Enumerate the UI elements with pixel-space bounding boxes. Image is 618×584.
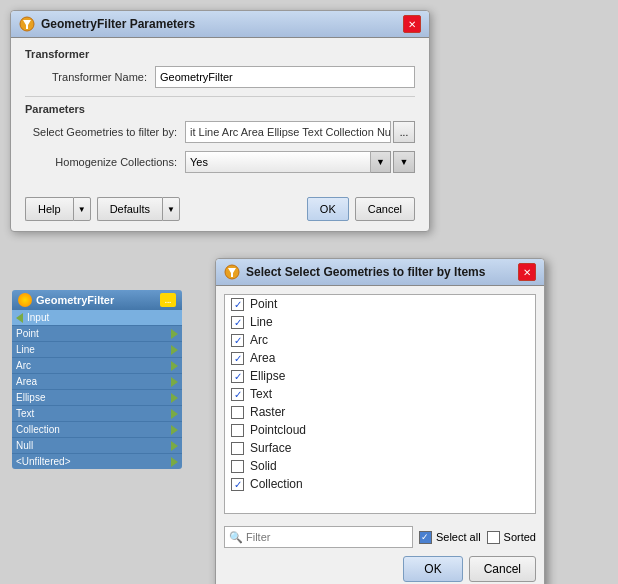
input-port-label: Input	[27, 312, 178, 323]
item-checkbox[interactable]	[231, 334, 244, 347]
sorted-checkbox-icon	[487, 531, 500, 544]
filter-row: 🔍 Select all Sorted	[216, 522, 544, 552]
port-label-area: Area	[16, 376, 171, 387]
item-checkbox[interactable]	[231, 442, 244, 455]
port-row-point[interactable]: Point	[12, 326, 182, 342]
port-row-text[interactable]: Text	[12, 406, 182, 422]
item-checkbox[interactable]	[231, 298, 244, 311]
select-ok-button[interactable]: OK	[403, 556, 462, 582]
item-checkbox[interactable]	[231, 370, 244, 383]
list-item[interactable]: Pointcloud	[225, 421, 535, 439]
port-row-line[interactable]: Line	[12, 342, 182, 358]
geometries-browse-button[interactable]: ...	[393, 121, 415, 143]
port-arrow-collection	[171, 425, 178, 435]
port-row-collection[interactable]: Collection	[12, 422, 182, 438]
port-arrow-text	[171, 409, 178, 419]
item-checkbox[interactable]	[231, 478, 244, 491]
port-arrow-unfiltered	[171, 457, 178, 467]
params-close-button[interactable]: ✕	[403, 15, 421, 33]
port-label-line: Line	[16, 344, 171, 355]
params-titlebar: GeometryFilter Parameters ✕	[11, 11, 429, 38]
filter-input[interactable]	[246, 531, 408, 543]
list-item[interactable]: Text	[225, 385, 535, 403]
params-body: Transformer Transformer Name: Parameters…	[11, 38, 429, 191]
geometries-value[interactable]: it Line Arc Area Ellipse Text Collection…	[185, 121, 391, 143]
select-items-titlebar: Select Select Geometries to filter by It…	[216, 259, 544, 286]
homogenize-select[interactable]: Yes No	[185, 151, 371, 173]
transformer-name-label: Transformer Name:	[25, 71, 155, 83]
port-label-null: Null	[16, 440, 171, 451]
list-item[interactable]: Point	[225, 295, 535, 313]
select-cancel-button[interactable]: Cancel	[469, 556, 536, 582]
list-item[interactable]: Area	[225, 349, 535, 367]
port-row-arc[interactable]: Arc	[12, 358, 182, 374]
item-checkbox[interactable]	[231, 424, 244, 437]
port-arrow-arc	[171, 361, 178, 371]
homogenize-label: Homogenize Collections:	[25, 156, 185, 168]
item-checkbox[interactable]	[231, 316, 244, 329]
homogenize-row: Homogenize Collections: Yes No ▼ ▼	[25, 151, 415, 173]
list-item[interactable]: Line	[225, 313, 535, 331]
list-item[interactable]: Solid	[225, 457, 535, 475]
item-label: Arc	[250, 333, 268, 347]
input-port-row[interactable]: Input	[12, 310, 182, 326]
item-checkbox[interactable]	[231, 388, 244, 401]
defaults-button-group: Defaults ▼	[97, 197, 180, 221]
list-item[interactable]: Raster	[225, 403, 535, 421]
list-item[interactable]: Arc	[225, 331, 535, 349]
item-label: Text	[250, 387, 272, 401]
port-row-area[interactable]: Area	[12, 374, 182, 390]
transformer-header: GeometryFilter ...	[12, 290, 182, 310]
item-label: Pointcloud	[250, 423, 306, 437]
item-label: Ellipse	[250, 369, 285, 383]
select-all-checkbox-icon	[419, 531, 432, 544]
transformer-workspace: GeometryFilter ... Input Point Line Arc …	[12, 290, 182, 469]
port-row-ellipse[interactable]: Ellipse	[12, 390, 182, 406]
homogenize-select-wrapper: Yes No ▼	[185, 151, 391, 173]
params-buttons: Help ▼ Defaults ▼ OK Cancel	[11, 191, 429, 231]
transformer-name-row: Transformer Name:	[25, 66, 415, 88]
item-label: Surface	[250, 441, 291, 455]
item-checkbox[interactable]	[231, 352, 244, 365]
search-icon: 🔍	[229, 531, 243, 544]
select-all-label: Select all	[436, 531, 481, 543]
port-arrow-null	[171, 441, 178, 451]
defaults-button[interactable]: Defaults	[97, 197, 162, 221]
port-arrow-point	[171, 329, 178, 339]
sorted-button[interactable]: Sorted	[487, 531, 536, 544]
select-dialog-buttons: OK Cancel	[216, 552, 544, 584]
select-all-button[interactable]: Select all	[419, 531, 481, 544]
help-button-group: Help ▼	[25, 197, 91, 221]
transformer-name-input[interactable]	[155, 66, 415, 88]
port-label-text: Text	[16, 408, 171, 419]
list-item[interactable]: Ellipse	[225, 367, 535, 385]
geometries-row: Select Geometries to filter by: it Line …	[25, 121, 415, 143]
filter-icon	[19, 16, 35, 32]
defaults-dropdown-arrow[interactable]: ▼	[162, 197, 180, 221]
port-arrow-ellipse	[171, 393, 178, 403]
item-checkbox[interactable]	[231, 460, 244, 473]
port-label-ellipse: Ellipse	[16, 392, 171, 403]
help-button[interactable]: Help	[25, 197, 73, 221]
help-dropdown-arrow[interactable]: ▼	[73, 197, 91, 221]
sorted-label: Sorted	[504, 531, 536, 543]
select-dialog-close-button[interactable]: ✕	[518, 263, 536, 281]
list-item[interactable]: Surface	[225, 439, 535, 457]
port-label-unfiltered: <Unfiltered>	[16, 456, 171, 467]
transformer-header-left: GeometryFilter	[18, 293, 114, 307]
items-list-container[interactable]: PointLineArcAreaEllipseTextRasterPointcl…	[224, 294, 536, 514]
homogenize-extra-button[interactable]: ▼	[393, 151, 415, 173]
params-ok-button[interactable]: OK	[307, 197, 349, 221]
transformer-workspace-name: GeometryFilter	[36, 294, 114, 306]
port-row-unfiltered[interactable]: <Unfiltered>	[12, 454, 182, 469]
transformer-settings-button[interactable]: ...	[160, 293, 176, 307]
list-item[interactable]: Collection	[225, 475, 535, 493]
titlebar-left: GeometryFilter Parameters	[19, 16, 195, 32]
item-checkbox[interactable]	[231, 406, 244, 419]
params-title: GeometryFilter Parameters	[41, 17, 195, 31]
homogenize-dropdown-arrow[interactable]: ▼	[371, 151, 391, 173]
params-cancel-button[interactable]: Cancel	[355, 197, 415, 221]
filter-input-wrapper[interactable]: 🔍	[224, 526, 413, 548]
port-label-point: Point	[16, 328, 171, 339]
port-row-null[interactable]: Null	[12, 438, 182, 454]
